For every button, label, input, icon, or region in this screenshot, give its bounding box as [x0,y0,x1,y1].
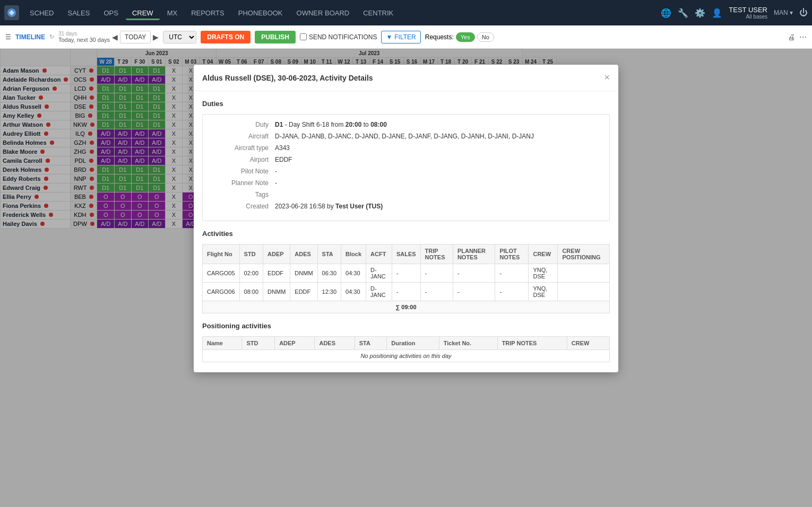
duty-details: Duty D1 - Day Shift 6-18 from 20:00 to 0… [202,114,610,221]
today-btn[interactable]: TODAY [120,31,151,43]
activity-cell: YNQ, DSE [529,264,558,283]
nav-item-sales[interactable]: SALES [62,6,97,20]
nav-item-centrik[interactable]: CENTRIK [357,6,400,20]
tags-row: Tags [211,191,601,198]
aircraft-label: Aircraft [211,133,275,140]
pilot-note-value: - [275,168,601,175]
nav-item-crew[interactable]: CREW [126,6,160,20]
activities-section-title: Activities [202,230,610,238]
location-dropdown[interactable]: MAN ▾ [774,9,793,16]
activity-cell: CARGO05 [203,264,240,283]
nav-item-ops[interactable]: OPS [97,6,124,20]
date-nav: 31 days Today, next 30 days ◀ TODAY ▶ [58,31,159,43]
activities-table: Flight NoSTDADEPADESSTABlockACFTSALESTRI… [202,244,610,313]
pos-col-header: STD [242,337,275,350]
duty-value: D1 - Day Shift 6-18 from 20:00 to 08:00 [275,121,601,128]
duty-time-from: 20:00 [345,121,362,128]
created-date: 2023-06-28 16:58 by [275,203,334,210]
pos-col-header: ADES [315,337,355,350]
airport-value: EDDF [275,156,601,163]
activity-cell: D-JANC [366,264,392,283]
user-info: TEST USER All bases [729,6,767,20]
activity-cell: DNMM [290,264,317,283]
modal-body: Duties Duty D1 - Day Shift 6-18 from 20:… [194,91,618,372]
no-data-row: No positioning activities on this day [203,350,610,362]
activity-cell: - [495,264,529,283]
positioning-table: NameSTDADEPADESSTADurationTicket No.TRIP… [202,336,610,362]
publish-btn[interactable]: PUBLISH [255,31,296,43]
activity-cell [558,283,610,301]
tags-label: Tags [211,191,275,198]
aircraft-type-label: Aircraft type [211,144,275,152]
settings-icon[interactable]: ⚙️ [695,8,705,18]
date-range: Today, next 30 days [58,37,110,43]
pilot-note-row: Pilot Note - [211,168,601,175]
nav-item-reports[interactable]: REPORTS [185,6,231,20]
activity-cell: 06:30 [317,264,341,283]
main-area: Jun 2023Jul 2023 W 28T 29F 30S 01S 02M 0… [0,49,812,507]
activity-cell: D-JANC [366,283,392,301]
act-col-header: ADEP [263,244,290,264]
nav-item-mx[interactable]: MX [161,6,184,20]
activity-cell [558,264,610,283]
modal-close-btn[interactable]: × [604,72,610,83]
activity-cell: - [453,264,495,283]
modal-title: Aldus Russell (DSE), 30-06-2023, Activit… [202,74,373,82]
act-col-header: PLANNER NOTES [453,244,495,264]
send-notifications-text: SEND NOTIFICATIONS [309,33,377,41]
next-period-btn[interactable]: ▶ [153,33,159,41]
app-logo[interactable] [4,5,19,20]
nav-item-sched[interactable]: SCHED [23,6,61,20]
timeline-label[interactable]: TIMELINE [15,33,45,41]
filter-btn[interactable]: ▼ FILTER [381,31,420,43]
activity-cell: - [392,264,420,283]
act-col-header: TRIP NOTES [420,244,453,264]
activity-cell: EDDF [263,264,290,283]
act-col-header: PILOT NOTES [495,244,529,264]
prev-period-btn[interactable]: ◀ [112,33,118,41]
activity-cell: - [420,264,453,283]
nav-item-phonebook[interactable]: PHONEBOOK [232,6,289,20]
created-row: Created 2023-06-28 16:58 by Test User (T… [211,203,601,210]
requests-label: Requests: [425,33,454,41]
activity-cell: 04:30 [341,283,366,301]
sum-row: ∑ 09:00 [203,301,610,313]
pos-col-header: Duration [387,337,439,350]
refresh-icon[interactable]: ↻ [49,33,54,40]
activity-cell: DNMM [263,283,290,301]
more-icon[interactable]: ⋯ [799,33,807,41]
tags-value [275,191,601,198]
activity-modal: Aldus Russell (DSE), 30-06-2023, Activit… [194,65,618,372]
act-col-header: Block [341,244,366,264]
tools-icon[interactable]: 🔧 [678,8,688,18]
aircraft-type-row: Aircraft type A343 [211,144,601,152]
modal-header: Aldus Russell (DSE), 30-06-2023, Activit… [194,65,618,91]
requests-no-btn[interactable]: No [477,32,494,42]
activity-cell: - [420,283,453,301]
activity-row: CARGO0502:00EDDFDNMM06:3004:30D-JANC----… [203,264,610,283]
timezone-select[interactable]: UTC Local [163,31,196,43]
activity-cell: EDDF [290,283,317,301]
positioning-title: Positioning activities [202,322,610,330]
act-col-header: CREW [529,244,558,264]
print-icon[interactable]: 🖨 [788,33,795,41]
created-label: Created [211,203,275,210]
activity-cell: YNQ, DSE [529,283,558,301]
send-notifications-checkbox[interactable] [300,33,307,40]
activity-cell: 08:00 [239,283,263,301]
nav-item-owner-board[interactable]: OWNER BOARD [290,6,356,20]
power-icon[interactable]: ⏻ [799,8,808,18]
airport-row: Airport EDDF [211,156,601,163]
globe-icon[interactable]: 🌐 [661,8,671,18]
activity-row: CARGO0608:00DNMMEDDF12:3004:30D-JANC----… [203,283,610,301]
requests-yes-btn[interactable]: Yes [456,32,475,42]
pos-col-header: CREW [567,337,609,350]
user-icon[interactable]: 👤 [712,8,722,18]
filter-label: FILTER [394,33,416,41]
activity-cell: 12:30 [317,283,341,301]
pos-col-header: Name [203,337,242,350]
act-col-header: CREW POSITIONING [558,244,610,264]
drafts-btn[interactable]: DRAFTS ON [201,31,250,43]
duty-row: Duty D1 - Day Shift 6-18 from 20:00 to 0… [211,121,601,128]
modal-overlay: Aldus Russell (DSE), 30-06-2023, Activit… [0,49,812,507]
